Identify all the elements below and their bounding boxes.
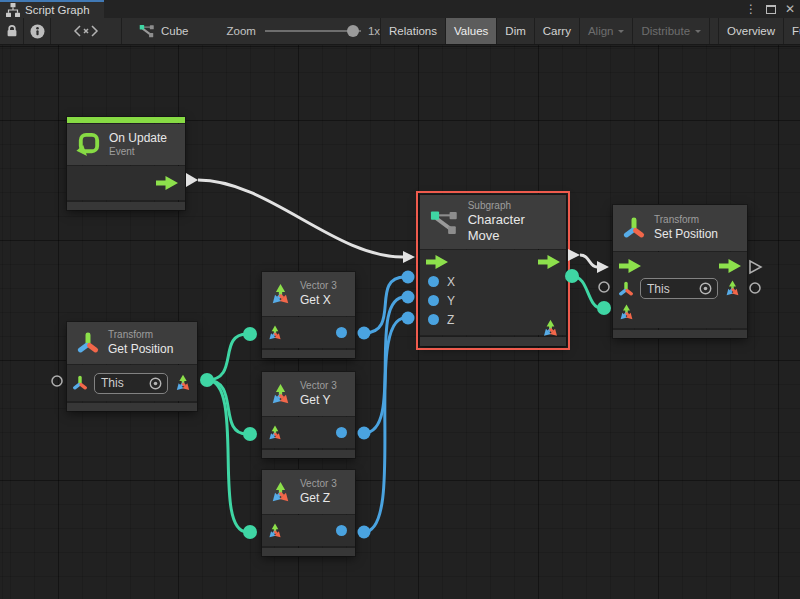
flow-input-port[interactable] xyxy=(426,255,448,269)
node-footer xyxy=(613,330,747,338)
node-title: Get X xyxy=(300,293,337,308)
target-icon[interactable] xyxy=(148,376,163,391)
this-object-field[interactable]: This xyxy=(640,278,718,299)
graph-tab-icon xyxy=(6,3,20,17)
edit-script-button[interactable] xyxy=(51,18,121,44)
toolbar-separator xyxy=(121,18,122,44)
vector3-output-port-icon[interactable] xyxy=(540,318,561,339)
this-object-field[interactable]: This xyxy=(94,373,168,394)
node-character-move[interactable]: Subgraph Character Move X Y xyxy=(420,195,566,346)
transform-input-port-icon[interactable] xyxy=(71,374,89,392)
align-dropdown[interactable]: Align xyxy=(579,18,633,44)
node-subtitle: Subgraph xyxy=(468,200,556,213)
info-button[interactable] xyxy=(24,18,50,44)
close-icon[interactable]: ✕ xyxy=(785,0,795,18)
tab-script-graph[interactable]: Script Graph xyxy=(0,0,104,18)
value-wires-blue[interactable] xyxy=(364,277,405,532)
node-title: Character Move xyxy=(468,212,556,245)
node-header[interactable]: On Update Event xyxy=(67,124,185,165)
flow-output-port[interactable] xyxy=(156,176,178,190)
info-icon xyxy=(30,24,45,39)
vector3-icon xyxy=(268,282,293,307)
node-subtitle: Vector 3 xyxy=(300,380,337,393)
node-subtitle: Transform xyxy=(108,329,173,342)
node-title: Set Position xyxy=(654,227,718,242)
node-get-position[interactable]: Transform Get Position This xyxy=(67,322,197,411)
vector3-input-port-icon[interactable] xyxy=(266,324,284,342)
vector3-input-port-icon[interactable] xyxy=(266,522,284,540)
value-out-indicator xyxy=(750,283,760,293)
vector3-output-port-icon[interactable] xyxy=(173,373,193,393)
node-body xyxy=(262,417,355,448)
full-screen-button[interactable]: Full Screen xyxy=(783,18,800,44)
caret-down-icon xyxy=(695,30,701,36)
value-input-port-z[interactable] xyxy=(428,314,439,325)
zoom-value: 1x xyxy=(368,25,380,37)
node-subtitle: Vector 3 xyxy=(300,478,337,491)
node-get-z[interactable]: Vector 3 Get Z xyxy=(262,470,355,556)
vector3-input-port-icon[interactable] xyxy=(266,424,284,442)
flow-output-port[interactable] xyxy=(538,255,560,269)
graph-breadcrumb[interactable]: Cube xyxy=(139,18,189,44)
window-controls: ⋮ ✕ xyxy=(745,0,795,18)
vector3-output-port-icon[interactable] xyxy=(723,279,742,298)
transform-icon xyxy=(621,215,647,241)
graph-canvas[interactable]: On Update Event Transform Get Position xyxy=(0,45,800,599)
port-row-x: X xyxy=(420,272,566,291)
zoom-label: Zoom xyxy=(227,25,256,37)
carry-button[interactable]: Carry xyxy=(534,18,579,44)
value-output-port[interactable] xyxy=(336,427,347,438)
node-get-x[interactable]: Vector 3 Get X xyxy=(262,272,355,358)
value-output-port[interactable] xyxy=(336,525,347,536)
node-body xyxy=(67,166,185,200)
transform-icon xyxy=(75,330,101,356)
flow-wire-charactermove-to-setposition[interactable] xyxy=(568,249,609,273)
script-graph-window: Script Graph ⋮ ✕ Cube Zoom xyxy=(0,0,800,599)
transform-input-port-icon[interactable] xyxy=(617,280,635,298)
node-on-update[interactable]: On Update Event xyxy=(67,117,185,210)
overview-button[interactable]: Overview xyxy=(718,18,783,44)
flow-input-port[interactable] xyxy=(619,259,641,273)
flow-wire-onupdate-to-charactermove[interactable] xyxy=(186,173,415,263)
vector3-input-port-icon[interactable] xyxy=(617,303,636,322)
node-subtitle: Event xyxy=(109,146,167,159)
value-input-port-x[interactable] xyxy=(428,276,439,287)
maximize-icon[interactable] xyxy=(766,5,776,14)
value-wire-endpoints-blue[interactable] xyxy=(358,271,415,539)
node-header[interactable]: Transform Set Position xyxy=(613,205,747,251)
node-header[interactable]: Transform Get Position xyxy=(67,322,197,364)
vector3-icon xyxy=(268,382,293,407)
node-header[interactable]: Vector 3 Get Z xyxy=(262,470,355,514)
flow-output-port[interactable] xyxy=(719,259,741,273)
node-set-position[interactable]: Transform Set Position This xyxy=(613,205,747,338)
value-input-port-y[interactable] xyxy=(428,295,439,306)
node-title: Get Position xyxy=(108,342,173,357)
node-footer xyxy=(67,202,185,210)
value-output-port[interactable] xyxy=(336,327,347,338)
node-body: This xyxy=(67,365,197,401)
node-title: Get Z xyxy=(300,491,337,506)
distribute-dropdown[interactable]: Distribute xyxy=(632,18,709,44)
node-body xyxy=(262,317,355,348)
menu-icon[interactable]: ⋮ xyxy=(745,0,757,18)
target-icon[interactable] xyxy=(698,281,713,296)
zoom-slider-knob[interactable] xyxy=(347,25,359,37)
tab-title: Script Graph xyxy=(25,4,90,16)
zoom-slider[interactable] xyxy=(265,25,361,37)
node-body: This xyxy=(613,252,747,328)
lock-button[interactable] xyxy=(0,18,23,44)
relations-button[interactable]: Relations xyxy=(380,18,445,44)
node-header[interactable]: Subgraph Character Move xyxy=(420,195,566,249)
event-icon xyxy=(75,131,102,158)
lock-icon xyxy=(5,24,19,38)
values-button[interactable]: Values xyxy=(445,18,496,44)
node-footer xyxy=(262,350,355,358)
dim-button[interactable]: Dim xyxy=(496,18,533,44)
graph-icon xyxy=(139,24,155,38)
node-header[interactable]: Vector 3 Get Y xyxy=(262,372,355,416)
node-get-y[interactable]: Vector 3 Get Y xyxy=(262,372,355,458)
node-header[interactable]: Vector 3 Get X xyxy=(262,272,355,316)
node-subtitle: Transform xyxy=(654,214,718,227)
graph-name: Cube xyxy=(161,25,189,37)
toolbar-buttons: Relations Values Dim Carry Align Distrib… xyxy=(380,18,800,44)
